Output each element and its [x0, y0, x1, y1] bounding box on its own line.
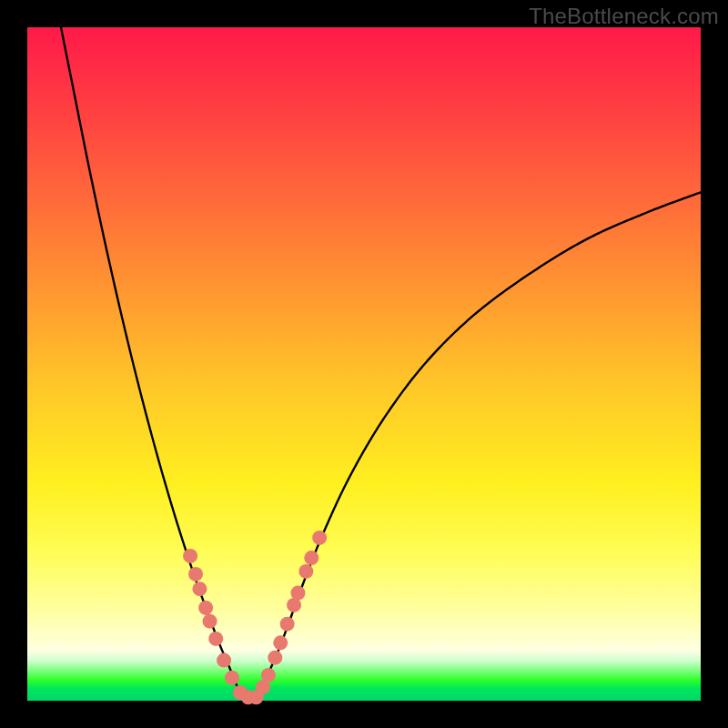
marker-dot [183, 549, 197, 563]
marker-dot [225, 671, 239, 685]
marker-dot [203, 614, 217, 629]
marker-dot [198, 601, 213, 615]
marker-dot [268, 651, 282, 665]
marker-dot [273, 635, 288, 650]
marker-dot [304, 551, 318, 565]
marker-dot [217, 653, 231, 668]
plot-area [27, 27, 701, 701]
chart-svg [27, 27, 701, 701]
marker-dot [280, 617, 295, 632]
chart-frame: TheBottleneck.com [0, 0, 728, 728]
marker-dot [208, 632, 223, 646]
marker-dot [188, 567, 203, 581]
curve-left-branch [61, 27, 241, 695]
marker-dot [192, 581, 207, 596]
marker-dot [312, 531, 327, 545]
curve-right-branch [258, 192, 701, 695]
watermark-text: TheBottleneck.com [529, 4, 719, 29]
marker-dot [290, 586, 305, 601]
marker-dot [298, 564, 313, 579]
marker-dot [261, 668, 276, 682]
